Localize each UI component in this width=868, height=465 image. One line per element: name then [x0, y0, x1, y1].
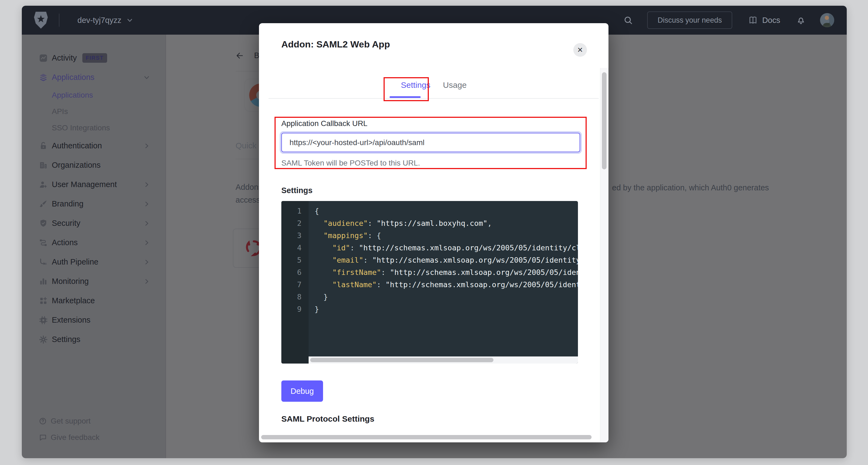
tab-settings[interactable]: Settings [401, 81, 430, 90]
callback-url-help: SAML Token will be POSTed to this URL. [281, 159, 420, 168]
callback-url-input[interactable] [281, 133, 580, 152]
tenant-switcher[interactable]: dev-tyj7qyzz [76, 16, 135, 25]
settings-section-label: Settings [281, 186, 312, 195]
modal-vertical-scroll-thumb[interactable] [602, 72, 607, 169]
tabs-divider [269, 98, 599, 99]
book-icon [748, 15, 758, 25]
code-line: "firstName": "http://schemas.xmlsoap.org… [315, 266, 578, 279]
docs-link[interactable]: Docs [746, 15, 782, 25]
editor-code[interactable]: { "audience": "https://saml.boxyhq.com",… [309, 201, 578, 360]
code-line: "lastName": "http://schemas.xmlsoap.org/… [315, 279, 578, 291]
screenshot-frame: dev-tyj7qyzz Discuss your needs Docs Act… [0, 0, 868, 465]
active-tab-underline [390, 96, 421, 98]
auth0-logo-icon [33, 12, 49, 29]
code-editor[interactable]: 123456789 { "audience": "https://saml.bo… [281, 201, 578, 364]
debug-button[interactable]: Debug [281, 380, 323, 402]
docs-label: Docs [762, 16, 780, 25]
code-line: } [315, 291, 578, 303]
user-avatar[interactable] [820, 13, 834, 27]
code-line: "audience": "https://saml.boxyhq.com", [315, 217, 578, 229]
notifications-bell-icon[interactable] [796, 15, 806, 25]
modal-horizontal-scroll-thumb[interactable] [261, 435, 592, 439]
code-line: } [315, 303, 578, 315]
chevron-down-icon [126, 17, 133, 24]
app-window: dev-tyj7qyzz Discuss your needs Docs Act… [22, 6, 847, 458]
topbar-actions: Discuss your needs Docs [623, 11, 834, 29]
saml-protocol-settings-heading: SAML Protocol Settings [281, 414, 374, 424]
addon-modal: Addon: SAML2 Web App ✕ Settings Usage Ap… [259, 23, 609, 442]
code-line: "email": "http://schemas.xmlsoap.org/ws/… [315, 254, 578, 266]
close-icon: ✕ [577, 46, 583, 54]
topbar-divider [59, 13, 59, 27]
modal-tabs: Settings Usage [259, 81, 609, 90]
code-line: { [315, 205, 578, 217]
editor-horizontal-scrollbar[interactable] [309, 356, 578, 364]
tab-usage[interactable]: Usage [443, 81, 467, 90]
discuss-needs-button[interactable]: Discuss your needs [647, 11, 732, 29]
search-icon[interactable] [623, 15, 633, 25]
code-line: "id": "http://schemas.xmlsoap.org/ws/200… [315, 242, 578, 254]
code-line: "mappings": { [315, 229, 578, 242]
tenant-name: dev-tyj7qyzz [78, 16, 121, 25]
editor-scroll-thumb[interactable] [310, 358, 493, 362]
modal-vertical-scrollbar[interactable] [600, 68, 609, 442]
callback-url-label: Application Callback URL [281, 119, 368, 128]
editor-line-numbers: 123456789 [281, 201, 309, 364]
close-button[interactable]: ✕ [573, 43, 587, 57]
modal-title: Addon: SAML2 Web App [281, 39, 390, 50]
